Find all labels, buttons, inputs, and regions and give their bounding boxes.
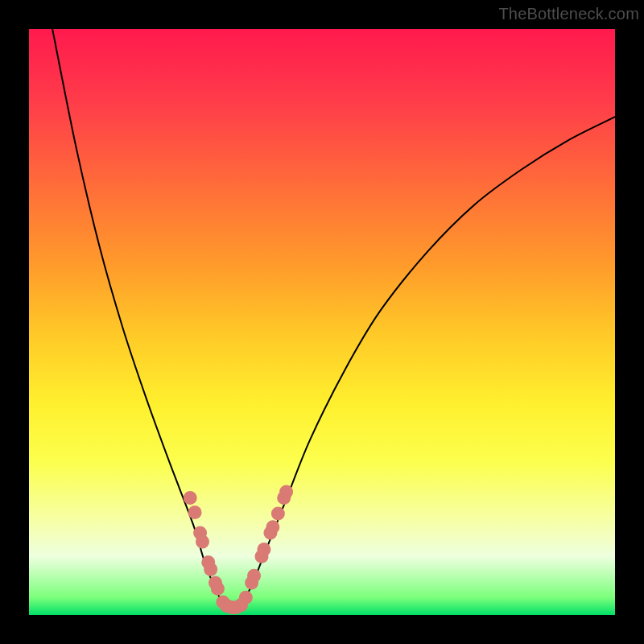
marker-dot [204, 563, 217, 576]
chart-svg [29, 29, 615, 615]
marker-dot [247, 569, 261, 583]
series-right-ascent [240, 117, 615, 606]
plot-area [29, 29, 615, 615]
marker-dot [257, 543, 270, 556]
marker-dot [239, 591, 253, 605]
marker-dot [211, 582, 225, 596]
marker-dot [188, 506, 202, 519]
marker-dot [271, 507, 285, 521]
curve-layer [52, 29, 615, 609]
marker-dot [266, 520, 279, 534]
marker-dot [279, 485, 293, 499]
marker-layer [184, 485, 293, 614]
marker-dot [184, 491, 197, 505]
attribution-text: TheBottleneck.com [498, 5, 639, 23]
marker-dot [196, 535, 209, 549]
series-left-descent [52, 29, 225, 606]
